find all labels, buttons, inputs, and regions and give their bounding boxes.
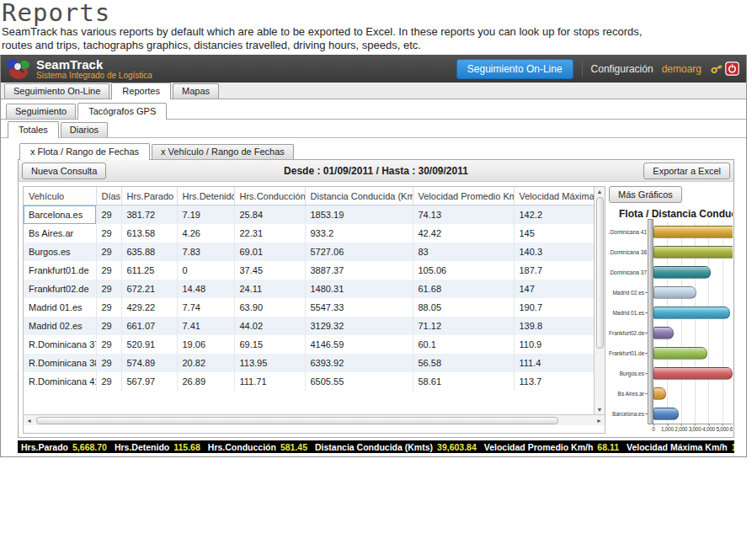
- table-cell[interactable]: 58.61: [413, 372, 514, 391]
- table-row[interactable]: Barcelona.es29381.727.1925.841853.1974.1…: [24, 205, 594, 224]
- table-cell[interactable]: 6393.92: [305, 354, 413, 372]
- table-cell[interactable]: 63.90: [234, 298, 305, 317]
- col-dias[interactable]: Días: [96, 187, 121, 205]
- table-cell[interactable]: 14.48: [177, 280, 234, 298]
- table-cell[interactable]: 111.71: [234, 372, 305, 391]
- chart-bar[interactable]: [653, 307, 730, 319]
- table-cell[interactable]: 44.02: [234, 317, 305, 335]
- col-vehiculo[interactable]: Vehículo: [24, 187, 96, 205]
- chart-bar[interactable]: [653, 226, 733, 238]
- table-cell[interactable]: 60.1: [413, 335, 514, 354]
- table-cell[interactable]: 29: [96, 261, 121, 280]
- table-cell[interactable]: Burgos.es: [24, 243, 96, 261]
- horizontal-scrollbar[interactable]: ◄ ►: [24, 414, 605, 425]
- table-cell[interactable]: 113.95: [234, 354, 305, 372]
- chart-bar[interactable]: [653, 246, 733, 259]
- table-cell[interactable]: 190.7: [514, 298, 594, 317]
- chart-bar[interactable]: [653, 347, 707, 360]
- table-cell[interactable]: 113.7: [514, 372, 594, 391]
- chart-bar[interactable]: [653, 327, 674, 339]
- table-cell[interactable]: 110.9: [514, 335, 594, 354]
- table-cell[interactable]: 7.41: [177, 317, 234, 335]
- table-cell[interactable]: 381.72: [121, 205, 177, 224]
- chart-bar[interactable]: [653, 387, 666, 400]
- tab-mapas[interactable]: Mapas: [173, 83, 219, 99]
- table-cell[interactable]: 83: [413, 243, 514, 261]
- table-cell[interactable]: 139.8: [514, 317, 594, 335]
- table-cell[interactable]: 29: [96, 335, 121, 354]
- table-cell[interactable]: 7.19: [177, 205, 234, 224]
- table-cell[interactable]: 29: [96, 280, 121, 298]
- table-cell[interactable]: 3887.37: [305, 261, 413, 280]
- table-cell[interactable]: 71.12: [413, 317, 514, 335]
- col-vel-promedio[interactable]: Velocidad Promedio Km/h: [413, 187, 514, 205]
- table-row[interactable]: Burgos.es29635.887.8369.015727.0683140.3: [24, 243, 594, 261]
- table-row[interactable]: R.Dominicana 3829574.8920.82113.956393.9…: [24, 354, 594, 372]
- table-cell[interactable]: 635.88: [121, 243, 177, 261]
- table-cell[interactable]: R.Dominicana 41: [24, 372, 96, 391]
- tab-diarios[interactable]: Diarios: [61, 122, 108, 137]
- table-cell[interactable]: 429.22: [121, 298, 177, 317]
- tab-seguimiento-on-line[interactable]: Seguimiento On-Line: [4, 83, 109, 99]
- exportar-excel-button[interactable]: Exportar a Excel: [643, 163, 730, 179]
- table-cell[interactable]: 145: [514, 224, 594, 243]
- chart-bar[interactable]: [653, 266, 711, 279]
- table-cell[interactable]: 29: [96, 205, 121, 224]
- table-cell[interactable]: 24.11: [234, 280, 305, 298]
- table-cell[interactable]: 567.97: [121, 372, 177, 391]
- mas-graficos-button[interactable]: Más Gráficos: [609, 186, 682, 203]
- table-cell[interactable]: 5727.06: [305, 243, 413, 261]
- table-cell[interactable]: 29: [96, 243, 121, 261]
- table-cell[interactable]: Bs Aires.ar: [24, 224, 96, 243]
- col-hrs-parado[interactable]: Hrs.Parado: [121, 187, 177, 205]
- table-cell[interactable]: R.Dominicana 37: [24, 335, 96, 354]
- table-cell[interactable]: Madrid 02.es: [24, 317, 96, 335]
- tab-flota-rango-fechas[interactable]: x Flota / Rango de Fechas: [19, 143, 150, 160]
- table-cell[interactable]: 22.31: [234, 224, 305, 243]
- power-icon[interactable]: [725, 61, 739, 76]
- table-cell[interactable]: 7.83: [177, 243, 234, 261]
- table-cell[interactable]: 29: [96, 372, 121, 391]
- table-cell[interactable]: 37.45: [234, 261, 305, 280]
- table-row[interactable]: Bs Aires.ar29613.584.2622.31933.242.4214…: [24, 224, 594, 243]
- table-cell[interactable]: 61.68: [413, 280, 514, 298]
- table-cell[interactable]: 29: [96, 224, 121, 243]
- table-cell[interactable]: 5547.33: [305, 298, 413, 317]
- table-cell[interactable]: 187.7: [514, 261, 594, 280]
- table-cell[interactable]: 7.74: [177, 298, 234, 317]
- horizontal-scroll-thumb[interactable]: [36, 417, 558, 424]
- table-cell[interactable]: Barcelona.es: [24, 205, 96, 224]
- table-cell[interactable]: 1480.31: [305, 280, 413, 298]
- seguimiento-online-button[interactable]: Seguimiento On-Line: [456, 59, 573, 79]
- table-cell[interactable]: 140.3: [514, 243, 594, 261]
- table-cell[interactable]: 69.01: [234, 243, 305, 261]
- table-row[interactable]: Madrid 01.es29429.227.7463.905547.3388.0…: [24, 298, 594, 317]
- table-cell[interactable]: 42.42: [413, 224, 514, 243]
- table-cell[interactable]: 105.06: [413, 261, 514, 280]
- table-row[interactable]: R.Dominicana 4129567.9726.89111.716505.5…: [24, 372, 594, 391]
- chart-bar[interactable]: [653, 408, 679, 420]
- table-cell[interactable]: 20.82: [177, 354, 234, 372]
- configuracion-link[interactable]: Configuración: [591, 63, 653, 75]
- table-cell[interactable]: 69.15: [234, 335, 305, 354]
- table-cell[interactable]: R.Dominicana 38: [24, 354, 96, 372]
- table-cell[interactable]: 4.26: [177, 224, 234, 243]
- table-row[interactable]: Frankfurt02.de29672.2114.4824.111480.316…: [24, 280, 594, 298]
- table-cell[interactable]: Frankfurt02.de: [24, 280, 96, 298]
- table-cell[interactable]: 142.2: [514, 205, 594, 224]
- table-cell[interactable]: Frankfurt01.de: [24, 261, 96, 280]
- vertical-scrollbar[interactable]: ▲ ▼: [594, 187, 605, 414]
- table-cell[interactable]: 29: [96, 298, 121, 317]
- scroll-right-icon[interactable]: ►: [594, 416, 605, 425]
- table-cell[interactable]: 933.2: [305, 224, 413, 243]
- key-icon[interactable]: [710, 62, 723, 75]
- table-cell[interactable]: 26.89: [177, 372, 234, 391]
- table-cell[interactable]: 29: [96, 354, 121, 372]
- scroll-down-icon[interactable]: ▼: [595, 405, 605, 414]
- table-cell[interactable]: 29: [96, 317, 121, 335]
- table-cell[interactable]: Madrid 01.es: [24, 298, 96, 317]
- table-cell[interactable]: 111.4: [514, 354, 594, 372]
- col-vel-maxima[interactable]: Velocidad Máxima: [514, 187, 594, 205]
- scroll-up-icon[interactable]: ▲: [595, 187, 605, 196]
- table-cell[interactable]: 611.25: [121, 261, 177, 280]
